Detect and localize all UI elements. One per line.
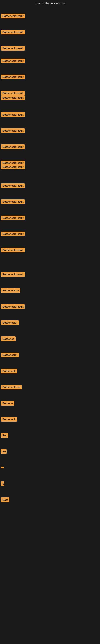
bottleneck-badge: Bo [1,449,7,454]
bottleneck-item: Bottleneck result [0,300,100,314]
bottleneck-badge: Bottlene [1,401,14,406]
bottleneck-item: Bottleneck result [0,140,100,154]
bottleneck-badge: Bottleneck result [1,58,25,63]
bottleneck-item: Bo [0,444,100,458]
bottleneck-item: Bottleneck result [0,178,100,192]
bottleneck-badge: Bot [1,433,8,438]
bottleneck-item: Bottleneck result [0,9,100,23]
bottleneck-badge [1,467,4,468]
bottleneck-badge: Bottleneck result [1,30,25,34]
bottleneck-badge: Bottleneck res [1,385,22,390]
bottleneck-item: Bottleneck result [0,108,100,122]
bottleneck-badge: Bottleneck result [1,248,25,252]
bottleneck-badge: Bottleneck result [1,183,25,188]
bottleneck-item: Bottleneck result [0,243,100,257]
bottleneck-badge: Bottleneck result [1,304,25,309]
bottleneck-badge: Bottleneck re [1,288,20,293]
bottleneck-badge: Bottleneck result [1,14,25,18]
bottleneck-badge: Bottlenec [1,336,16,341]
bottleneck-badge: Bottl [1,498,9,502]
bottleneck-item: Bottleneck result [0,211,100,225]
bottleneck-item: B [0,476,100,491]
bottleneck-item: Bottleneck result [0,54,100,68]
bottleneck-badge: Bottleneck result [1,46,25,50]
bottleneck-item: Bottleneck res [0,380,100,394]
bottleneck-item [0,509,100,523]
bottleneck-item: Bottleneck result [0,194,100,209]
bottleneck-badge: Bottleneck [1,369,17,373]
bottleneck-badge: Bottleneck result [1,232,25,236]
bottleneck-badge: Bottleneck result [1,164,25,169]
bottleneck-badge: Bottleneck result [1,96,25,100]
bottleneck-item: Bottleneck [0,364,100,378]
bottleneck-item: Bottlene [0,396,100,410]
bottleneck-item: Bottleneck result [0,160,100,174]
bottleneck-item: Bottleneck r [0,348,100,362]
bottleneck-badge: Bottleneck result [1,216,25,220]
bottleneck-badge: Bottleneck [1,417,17,422]
bottleneck-badge: Bottleneck result [1,272,25,277]
bottleneck-item: Bottleneck result [0,267,100,281]
bottleneck-item: Bottleneck [0,412,100,426]
bottleneck-item: Bottl [0,493,100,507]
bottleneck-item: Bottleneck result [0,124,100,138]
bottleneck-badge: B [1,482,4,486]
bottleneck-item: Bottleneck result [0,227,100,241]
bottleneck-item: Bottleneck result [0,90,100,105]
bottleneck-badge: Bottleneck result [1,75,25,79]
bottleneck-item: Bottlenec [0,332,100,346]
bottleneck-badge: Bottleneck result [1,128,25,133]
bottleneck-item: Bottleneck r [0,316,100,330]
bottleneck-item: Bottleneck result [0,41,100,55]
site-title: TheBottlenecker.com [0,0,100,7]
bottleneck-badge: Bottleneck result [1,144,25,149]
bottleneck-item: Bot [0,428,100,442]
bottleneck-badge: Bottleneck r [1,352,19,357]
bottleneck-badge: Bottleneck result [1,112,25,117]
bottleneck-item [0,460,100,474]
bottleneck-item: Bottleneck result [0,25,100,39]
bottleneck-item: Bottleneck re [0,283,100,298]
bottleneck-item: Bottleneck result [0,70,100,84]
bottleneck-badge: Bottleneck r [1,320,19,325]
bottleneck-badge: Bottleneck result [1,200,25,204]
